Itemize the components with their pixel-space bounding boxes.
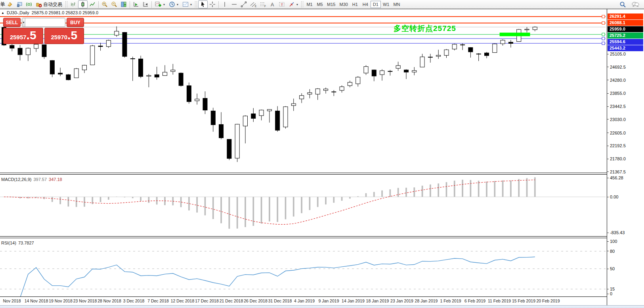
candlestick-chart[interactable] <box>0 9 607 173</box>
date-label: Nov 2018 <box>3 298 21 303</box>
indicators-button[interactable]: ▾ <box>153 0 167 8</box>
svg-text:A: A <box>271 2 274 8</box>
candlestick-chart-icon[interactable] <box>78 0 88 8</box>
trendline-icon[interactable] <box>239 0 248 8</box>
chat-icon[interactable] <box>631 0 640 8</box>
tab-m15[interactable]: M15 <box>325 1 337 8</box>
tab-d1[interactable]: D1 <box>371 1 381 8</box>
rsi-chart[interactable] <box>0 238 607 296</box>
date-label: 23 Nov 2018 <box>73 298 97 303</box>
text-icon[interactable]: A <box>268 0 277 8</box>
axis-tick: 50 <box>607 266 615 271</box>
price-tag: 25594.6 <box>608 39 643 45</box>
zoom-in-icon[interactable] <box>100 0 109 8</box>
line-anchor <box>602 37 605 40</box>
line-anchor <box>602 21 605 24</box>
buy-price[interactable]: 25970 .5 <box>44 28 84 44</box>
vertical-line-icon[interactable] <box>220 0 229 8</box>
axis-tick: 80 <box>607 248 615 254</box>
sell-button[interactable]: SELL <box>3 18 21 27</box>
tab-mn[interactable]: MN <box>391 1 402 8</box>
date-label: 23 Jan 2019 <box>390 298 413 303</box>
tab-h4[interactable]: H4 <box>360 1 371 8</box>
date-label: 21 Dec 2018 <box>220 298 243 303</box>
chart-annotation: 多空转折点25725 <box>394 23 456 34</box>
line-anchor <box>602 15 605 18</box>
axis-tick: 24692.5 <box>607 64 626 70</box>
date-label: 14 Jan 2019 <box>342 298 365 303</box>
date-label: 14 Nov 2018 <box>25 298 48 303</box>
buy-price-main: 25970 <box>51 34 67 40</box>
bar-chart-icon[interactable] <box>69 0 78 8</box>
sell-price-frac: .5 <box>27 30 36 40</box>
axis-tick: 21780.0 <box>607 156 626 162</box>
svg-text:E: E <box>255 5 257 8</box>
axis-tick: 24280.0 <box>607 77 626 83</box>
cursor-icon[interactable] <box>198 0 208 8</box>
sell-price[interactable]: 25957 .5 <box>3 28 43 44</box>
toolbar-grip <box>65 1 67 8</box>
fibonacci-retracement-icon[interactable]: F <box>258 0 268 8</box>
templates-button[interactable]: ▾ <box>180 0 194 8</box>
price-tag: 26291.4 <box>608 13 643 19</box>
highlight-zone <box>500 33 530 36</box>
chevron-down-icon: ▾ <box>177 3 178 6</box>
buy-button[interactable]: BUY <box>67 18 84 27</box>
chart-shift-icon[interactable] <box>141 0 150 8</box>
tab-h1[interactable]: H1 <box>350 1 360 8</box>
date-label: 18 Jan 2019 <box>366 298 389 303</box>
date-label: 20 Feb 2019 <box>537 298 560 303</box>
horizontal-line-icon[interactable] <box>229 0 239 8</box>
periods-button[interactable]: ▾ <box>167 0 180 8</box>
axis-tick: 456.28 <box>607 175 623 181</box>
chart-header: ▲ DJ30-,Daily 25875.0 25981.0 25823.0 25… <box>1 10 98 15</box>
sell-price-main: 25957 <box>10 34 27 40</box>
date-axis[interactable]: Nov 201814 Nov 201819 Nov 201823 Nov 201… <box>0 296 607 305</box>
axis-tick: 22605.0 <box>607 130 626 136</box>
axis-tick: 22192.5 <box>607 143 626 148</box>
arrows-button[interactable]: ▾ <box>287 0 300 8</box>
autotrading-button[interactable]: 自动交易 <box>34 0 64 8</box>
tab-m1[interactable]: M1 <box>304 1 315 8</box>
collapse-arrow-icon[interactable]: ▲ <box>1 11 4 15</box>
svg-text:T: T <box>281 2 283 7</box>
tile-windows-icon[interactable] <box>119 0 128 8</box>
chevron-down-icon: ▾ <box>190 3 192 6</box>
auto-scroll-icon[interactable] <box>131 0 141 8</box>
volume-input[interactable] <box>25 18 65 27</box>
axis-tick: 25105.0 <box>607 51 626 57</box>
toolbar: 单 自动交易 <box>0 0 644 9</box>
autotrading-label: 自动交易 <box>43 1 62 8</box>
mt4-window: 单 自动交易 <box>0 0 644 308</box>
date-label: 28 Jan 2019 <box>415 298 438 303</box>
axis-tick: 100 <box>607 239 617 244</box>
chart-ohlc: 25875.0 25981.0 25823.0 25959.0 <box>32 10 98 15</box>
price-axis[interactable]: 25105.024692.524280.023855.023442.523030… <box>607 9 644 305</box>
line-chart-icon[interactable] <box>88 0 97 8</box>
price-tag: 25443.2 <box>608 45 643 51</box>
tab-w1[interactable]: W1 <box>381 1 392 8</box>
chart-title: DJ30-,Daily <box>7 10 29 15</box>
chevron-down-icon: ▾ <box>296 3 298 6</box>
toolbar-grip <box>301 1 303 8</box>
macd-chart[interactable] <box>0 175 607 236</box>
new-order-button[interactable]: 单 <box>1 1 5 8</box>
tab-m5[interactable]: M5 <box>315 1 325 8</box>
date-label: 17 Dec 2018 <box>195 298 219 303</box>
market-watch-icon[interactable] <box>5 0 15 8</box>
axis-tick: 0 <box>607 291 612 296</box>
date-label: 28 Nov 2018 <box>97 298 121 303</box>
search-icon[interactable] <box>618 0 627 8</box>
zoom-out-icon[interactable] <box>109 0 119 8</box>
navigator-icon[interactable] <box>24 0 34 8</box>
equidistant-channel-icon[interactable]: E <box>248 0 258 8</box>
text-label-icon[interactable]: T <box>277 0 287 8</box>
volume-decrease-button[interactable]: ▼ <box>22 18 25 27</box>
date-label: 12 Dec 2018 <box>171 298 195 303</box>
axis-tick: 23442.5 <box>607 104 626 109</box>
tab-m30[interactable]: M30 <box>337 1 350 8</box>
data-window-icon[interactable] <box>15 0 24 8</box>
one-click-trading-panel: SELL ▼ ▲ BUY 25957 .5 25970 .5 <box>3 18 84 44</box>
crosshair-icon[interactable] <box>208 0 217 8</box>
date-label: 11 Feb 2019 <box>488 298 511 303</box>
